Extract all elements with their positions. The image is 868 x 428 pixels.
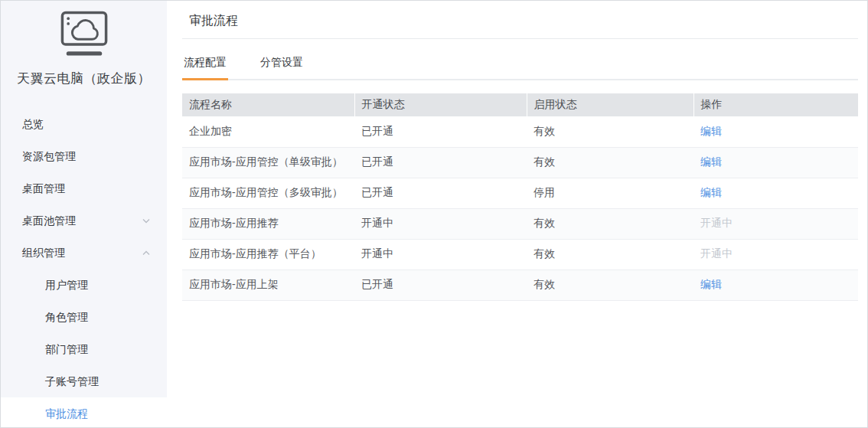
column-header-action: 操作 (693, 93, 858, 116)
sidebar-item-label: 部门管理 (45, 343, 88, 355)
sidebar-item-subaccount-management[interactable]: 子账号管理 (1, 365, 167, 397)
sidebar-item-role-management[interactable]: 角色管理 (1, 301, 167, 333)
column-header-open-status: 开通状态 (354, 93, 527, 116)
edit-link[interactable]: 编辑 (700, 186, 722, 198)
sidebar-item-label: 桌面池管理 (22, 214, 76, 227)
table-row: 企业加密 已开通 有效 编辑 (182, 116, 858, 147)
cell-flow-name: 应用市场-应用上架 (182, 270, 354, 300)
table-row: 应用市场-应用管控（单级审批） 已开通 有效 编辑 (182, 147, 858, 178)
cell-flow-name: 应用市场-应用管控（单级审批） (182, 147, 354, 178)
chevron-up-icon (142, 250, 150, 256)
sidebar-menu: 总览 资源包管理 桌面管理 桌面池管理 组织管理 用户管理 (1, 108, 167, 428)
sidebar-item-label: 资源包管理 (22, 150, 76, 162)
table-header-row: 流程名称 开通状态 启用状态 操作 (182, 93, 858, 116)
opening-in-progress-text: 开通中 (700, 247, 733, 260)
sidebar: 天翼云电脑（政企版） 总览 资源包管理 桌面管理 桌面池管理 组织管理 (1, 1, 167, 427)
workflow-table: 流程名称 开通状态 启用状态 操作 企业加密 已开通 有效 编辑 (182, 93, 858, 301)
logo (1, 1, 167, 59)
cell-enable-status: 有效 (527, 239, 693, 270)
cell-action: 编辑 (693, 147, 858, 178)
cell-action: 编辑 (693, 270, 858, 300)
cell-open-status: 已开通 (354, 178, 527, 208)
sidebar-item-label: 子账号管理 (45, 375, 99, 387)
sidebar-item-resource-package[interactable]: 资源包管理 (1, 140, 167, 172)
cell-flow-name: 应用市场-应用推荐（平台） (182, 239, 354, 270)
sidebar-item-label: 审批流程 (45, 407, 88, 420)
cell-open-status: 已开通 (354, 270, 527, 300)
app-window: 天翼云电脑（政企版） 总览 资源包管理 桌面管理 桌面池管理 组织管理 (0, 0, 868, 428)
app-title: 天翼云电脑（政企版） (1, 70, 167, 87)
cell-action: 编辑 (693, 116, 858, 147)
sidebar-item-label: 桌面管理 (22, 182, 65, 194)
edit-link[interactable]: 编辑 (700, 125, 722, 137)
cell-enable-status: 有效 (527, 116, 693, 147)
cell-action: 编辑 (693, 178, 858, 208)
table-row: 应用市场-应用推荐 开通中 有效 开通中 (182, 208, 858, 239)
sidebar-item-label: 角色管理 (45, 311, 88, 323)
table-row: 应用市场-应用管控（多级审批） 已开通 停用 编辑 (182, 178, 858, 208)
edit-link[interactable]: 编辑 (700, 155, 722, 168)
page-title: 审批流程 (182, 1, 858, 38)
cloud-monitor-icon (60, 10, 108, 59)
sidebar-item-user-management[interactable]: 用户管理 (1, 269, 167, 301)
sidebar-item-desktop-management[interactable]: 桌面管理 (1, 172, 167, 204)
cell-enable-status: 停用 (527, 178, 693, 208)
sidebar-item-desktop-pool[interactable]: 桌面池管理 (1, 204, 167, 237)
table-row: 应用市场-应用推荐（平台） 开通中 有效 开通中 (182, 239, 858, 270)
opening-in-progress-text: 开通中 (700, 217, 733, 229)
cell-flow-name: 企业加密 (182, 116, 354, 147)
sidebar-item-label: 用户管理 (45, 279, 88, 291)
sidebar-item-approval-workflow[interactable]: 审批流程 (1, 397, 167, 428)
cell-enable-status: 有效 (527, 147, 693, 178)
cell-flow-name: 应用市场-应用管控（多级审批） (182, 178, 354, 208)
column-header-enable-status: 启用状态 (527, 93, 693, 116)
column-header-flow-name: 流程名称 (182, 93, 354, 116)
sidebar-item-label: 总览 (22, 118, 44, 130)
tab-management-settings[interactable]: 分管设置 (259, 39, 305, 80)
sidebar-item-overview[interactable]: 总览 (1, 108, 167, 140)
cell-enable-status: 有效 (527, 270, 693, 300)
sidebar-item-organization[interactable]: 组织管理 (1, 237, 167, 269)
cell-action: 开通中 (693, 239, 858, 270)
sidebar-item-department-management[interactable]: 部门管理 (1, 333, 167, 365)
table-row: 应用市场-应用上架 已开通 有效 编辑 (182, 270, 858, 300)
tab-bar: 流程配置 分管设置 (182, 39, 858, 80)
main-content: 审批流程 流程配置 分管设置 流程名称 开通状态 启用状态 操作 (167, 1, 867, 427)
cell-open-status: 开通中 (354, 239, 527, 270)
cell-flow-name: 应用市场-应用推荐 (182, 208, 354, 239)
cell-action: 开通中 (693, 208, 858, 239)
sidebar-item-label: 组织管理 (22, 247, 65, 259)
chevron-down-icon (142, 218, 150, 224)
cell-enable-status: 有效 (527, 208, 693, 239)
cell-open-status: 已开通 (354, 116, 527, 147)
tab-workflow-config[interactable]: 流程配置 (182, 39, 228, 80)
edit-link[interactable]: 编辑 (700, 278, 722, 290)
cell-open-status: 开通中 (354, 208, 527, 239)
cell-open-status: 已开通 (354, 147, 527, 178)
